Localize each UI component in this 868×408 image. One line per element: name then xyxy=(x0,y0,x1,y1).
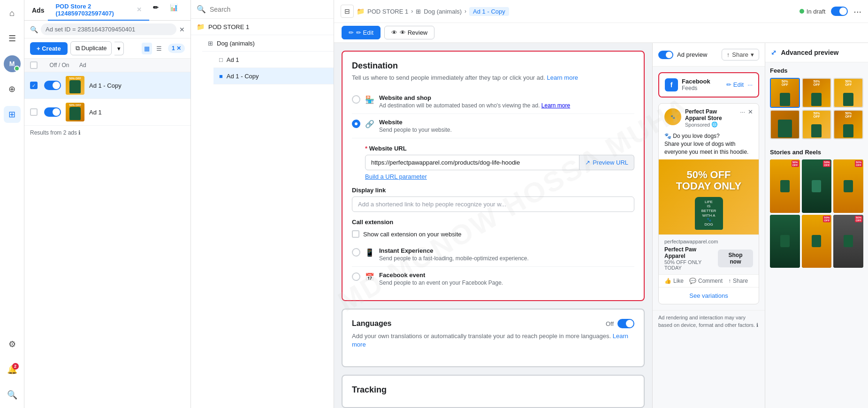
home-icon[interactable]: ⌂ xyxy=(4,5,21,22)
bell-icon[interactable]: 🔔 2 xyxy=(4,361,21,378)
breadcrumb-pod-store[interactable]: POD STORE 1 xyxy=(367,8,408,15)
globe-icon[interactable]: ⊕ xyxy=(4,81,21,98)
tree-pod-store[interactable]: 📁 POD STORE 1 ··· xyxy=(191,19,334,35)
ad-name-1: Ad 1 - Copy xyxy=(89,82,122,89)
ad-text-line2: Share your love of dogs with everyone yo… xyxy=(664,140,753,156)
radio-fb-event[interactable] xyxy=(352,272,360,281)
preview-ad-info: Perfect Paw Apparel Store Sponsored 🌐 xyxy=(685,108,736,128)
preview-url-button[interactable]: ↗ Preview URL xyxy=(579,155,634,170)
campaign-panel: 🔍 📁 POD STORE 1 ··· ⊞ Dog (animals) ··· … xyxy=(191,0,334,408)
option-website[interactable]: 🔗 Website Send people to your website. xyxy=(352,114,634,138)
breadcrumb-toggle-icon[interactable]: ⊟ xyxy=(341,5,354,18)
avatar[interactable]: M xyxy=(4,55,21,72)
ad-toggle-1[interactable] xyxy=(44,81,61,90)
active-filter-badge[interactable]: 1 ✕ xyxy=(168,44,185,53)
menu-icon[interactable]: ☰ xyxy=(4,30,21,47)
radio-instant-exp[interactable] xyxy=(352,248,360,257)
grid-icon[interactable]: ⊞ xyxy=(4,106,21,123)
grid-view-icon[interactable]: ▦ xyxy=(142,43,152,54)
feed-thumb-3[interactable]: 50%OFF xyxy=(833,78,863,108)
search-icon[interactable]: 🔍 xyxy=(4,386,21,403)
tab-close-icon[interactable]: ✕ xyxy=(137,6,142,13)
call-extension-checkbox[interactable] xyxy=(352,230,359,238)
row-check-2[interactable] xyxy=(30,108,39,116)
radio-website[interactable] xyxy=(352,120,360,128)
ad-row-2[interactable]: 50% OFF Ad 1 xyxy=(24,99,190,126)
campaign-toggle[interactable] xyxy=(831,7,848,16)
platform-name: Facebook xyxy=(682,78,710,85)
ad-row[interactable]: ✓ 50% OFF Ad 1 - Copy xyxy=(24,72,190,99)
breadcrumb-ad-copy[interactable]: Ad 1 - Copy xyxy=(469,7,509,16)
share-button[interactable]: ↑ Share ▾ xyxy=(722,49,759,60)
tree-ad1-copy-label: Ad 1 - Copy xyxy=(227,73,318,80)
tree-ad1[interactable]: □ Ad 1 ··· xyxy=(213,52,334,68)
shop-now-button[interactable]: Shop now xyxy=(718,249,753,267)
review-button[interactable]: 👁 👁 Review xyxy=(384,26,434,39)
row-check[interactable]: ✓ xyxy=(30,82,39,89)
row-checkbox-checked[interactable]: ✓ xyxy=(30,82,38,89)
feed-promo-2: 50%OFF xyxy=(803,80,831,86)
preview-more-icon[interactable]: ··· xyxy=(747,81,753,88)
ad-close-icon[interactable]: ✕ xyxy=(748,108,753,115)
gear-icon[interactable]: ⚙ xyxy=(4,336,21,353)
ad-more-icon[interactable]: ··· xyxy=(740,108,745,115)
radio-website-shop[interactable] xyxy=(352,95,360,104)
feed-thumb-1[interactable]: 50%OFF xyxy=(770,78,800,108)
ad-set-filter[interactable]: Ad set ID = 23851643709450401 xyxy=(41,23,176,35)
share-action-button[interactable]: ↑ Share xyxy=(728,278,748,284)
story-thumb-2[interactable]: 50%OFF xyxy=(802,159,832,212)
ad-toggle-2[interactable] xyxy=(44,107,61,117)
option-instant-exp[interactable]: 📱 Instant Experience Send people to a fa… xyxy=(352,242,634,267)
chart-icon[interactable]: 📊 xyxy=(170,4,183,17)
duplicate-arrow-button[interactable]: ▾ xyxy=(114,42,124,55)
hoodie-text: LIFEISBETTERWITH A🐾DOG xyxy=(701,200,716,227)
languages-learn-more[interactable]: Learn more xyxy=(352,332,628,348)
ads-tab[interactable]: POD Store 2 (1248597032597407) ✕ xyxy=(48,0,149,21)
destination-learn-more[interactable]: Learn more xyxy=(547,74,578,81)
option-website-content: Website Send people to your website. xyxy=(379,119,452,133)
story-4-inner xyxy=(770,215,800,268)
website-url-input[interactable] xyxy=(365,155,579,170)
feed-thumb-4[interactable] xyxy=(770,110,800,140)
tree-dog-animals[interactable]: ⊞ Dog (animals) ··· xyxy=(202,35,334,52)
ad-thumbnail-1: 50% OFF xyxy=(66,76,84,95)
breadcrumb-dog[interactable]: Dog (animals) xyxy=(424,8,462,15)
campaign-search-input[interactable] xyxy=(210,6,328,13)
external-link-icon: ↗ xyxy=(585,159,590,166)
story-thumb-6[interactable]: 50%OFF xyxy=(833,215,863,268)
story-thumb-5[interactable]: 50%OFF xyxy=(802,215,832,268)
comment-button[interactable]: 💬 Comment xyxy=(689,278,723,284)
website-shop-learn-more[interactable]: Learn more xyxy=(541,102,570,109)
list-view-icon[interactable]: ☰ xyxy=(154,43,164,54)
create-button[interactable]: + Create xyxy=(30,42,68,55)
duplicate-button[interactable]: ⧉ Duplicate xyxy=(70,41,112,55)
display-link-input[interactable] xyxy=(352,196,634,212)
pencil-icon[interactable]: ✏ xyxy=(153,4,166,17)
preview-url-label: Preview URL xyxy=(593,159,628,166)
row-checkbox-2[interactable] xyxy=(30,108,38,116)
select-all-checkbox[interactable] xyxy=(30,61,38,69)
mobile-icon: 📱 xyxy=(365,248,374,257)
more-options-icon[interactable]: ··· xyxy=(853,6,861,17)
preview-ad-sponsored: Sponsored 🌐 xyxy=(685,121,736,128)
feed-thumb-6[interactable]: 50%OFF xyxy=(833,110,863,140)
folder-icon: 📁 xyxy=(197,23,205,30)
option-website-shop[interactable]: 🏪 Website and shop Ad destination will b… xyxy=(352,90,634,114)
see-variations-button[interactable]: See variations xyxy=(659,287,759,304)
tree-ad1-copy[interactable]: ■ Ad 1 - Copy ··· xyxy=(213,68,334,84)
languages-toggle[interactable] xyxy=(617,319,634,328)
story-thumb-3[interactable]: 50%OFF xyxy=(833,159,863,212)
feed-thumb-5[interactable]: 50%OFF xyxy=(802,110,832,140)
stories-section: Stories and Reels 50%OFF 50%OFF xyxy=(765,144,868,272)
preview-edit-button[interactable]: ✏ Edit xyxy=(726,81,744,88)
story-thumb-1[interactable]: 50%OFF xyxy=(770,159,800,212)
edit-button[interactable]: ✏ ✏ Edit xyxy=(342,26,381,39)
build-url-param-link[interactable]: Build a URL parameter xyxy=(365,173,427,180)
feed-thumb-2[interactable]: 50%OFF xyxy=(802,78,832,108)
story-2-inner: 50%OFF xyxy=(802,159,832,212)
story-thumb-4[interactable] xyxy=(770,215,800,268)
clear-filter-icon[interactable]: ✕ xyxy=(179,26,185,33)
like-button[interactable]: 👍 Like xyxy=(664,278,684,284)
option-fb-event[interactable]: 📅 Facebook event Send people to an event… xyxy=(352,267,634,291)
preview-toggle[interactable] xyxy=(658,51,673,59)
